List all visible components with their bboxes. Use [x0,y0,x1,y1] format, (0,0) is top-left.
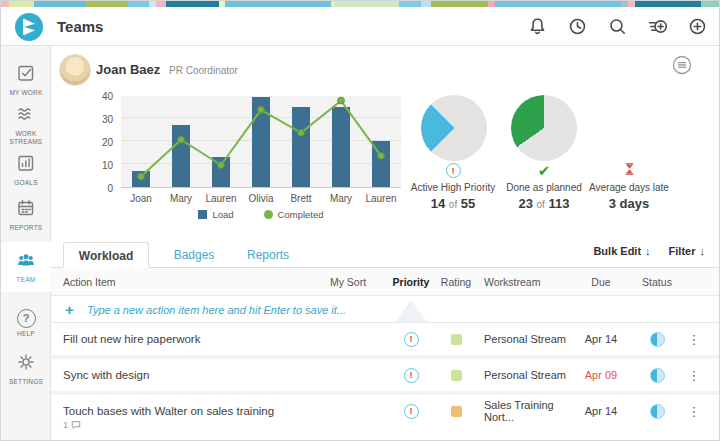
comment-bubble-icon [71,420,81,430]
sidebar-item-label: MY WORK [1,89,51,97]
y-tick: 0 [107,183,113,194]
user-role: PR Coordinator [169,65,238,76]
table-row[interactable]: Touch bases with Walter on sales trainin… [51,395,720,434]
sidebar-item-help[interactable]: ? HELP [1,308,51,337]
x-tick: Joan [121,193,161,204]
col-status[interactable]: Status [637,268,677,296]
sidebar-item-work-streams[interactable]: WORK STREAMS [1,104,51,145]
y-tick: 40 [102,91,113,102]
new-action-item-input[interactable] [87,296,417,323]
add-action-item-icon[interactable]: + [65,296,74,323]
rating-badge[interactable] [451,334,462,345]
bar-line-plot [121,96,401,188]
tab-reports[interactable]: Reports [233,242,303,268]
kebab-menu-icon[interactable]: ⋮ [687,323,701,355]
due-date[interactable]: Apr 14 [576,398,626,424]
completed-line [121,96,401,188]
bulk-edit-button[interactable]: Bulk Edit↓ [593,245,650,257]
table-row[interactable]: Sync with design ! Personal Stream Apr 0… [51,359,720,395]
priority-exclamation-icon[interactable]: ! [404,368,419,383]
col-rating[interactable]: Rating [436,268,476,296]
workstream-value[interactable]: Sales Training Nort... [484,398,584,424]
pie-active-high-priority [421,95,487,161]
x-tick: Lauren [201,193,241,204]
search-icon[interactable] [608,17,627,36]
table-body: + Fill out new hire paperwork ! Personal… [51,296,720,441]
metric-label: Average days late [574,182,684,193]
sidebar-item-goals[interactable]: GOALS [1,153,51,187]
y-tick: 20 [102,137,113,148]
left-sidebar: MY WORK WORK STREAMS GOALS REPORTS TEAM … [1,46,51,441]
sidebar-item-team[interactable]: TEAM [1,242,51,292]
status-half-icon[interactable] [650,404,665,419]
sidebar-item-my-work[interactable]: MY WORK [1,63,51,97]
bar-chart-icon [16,153,36,173]
rating-badge[interactable] [451,370,462,381]
avatar[interactable] [59,54,91,86]
action-item-title[interactable]: Touch bases with Walter on sales trainin… [63,398,274,424]
workstream-value[interactable]: Personal Stream [484,323,584,355]
history-clock-icon[interactable] [568,17,587,36]
due-date[interactable]: Apr 09 [576,359,626,391]
x-tick: Olivia [241,193,281,204]
col-due[interactable]: Due [576,268,626,296]
card-menu-icon[interactable] [671,54,693,76]
col-priority[interactable]: Priority [386,268,436,296]
x-tick: Brett [281,193,321,204]
page-title: Teams [57,7,103,46]
check-icon: ✔ [538,163,551,178]
calendar-icon [16,198,36,218]
kebab-menu-icon[interactable]: ⋮ [687,398,701,424]
top-header: Teams [1,7,720,46]
app-logo[interactable] [15,13,43,41]
col-action-item[interactable]: Action Item [63,268,116,296]
sidebar-item-label: WORK STREAMS [1,130,51,145]
sidebar-item-settings[interactable]: SETTINGS [1,352,51,386]
new-action-item-row: + [51,296,720,323]
main-content: Joan Baez PR Coordinator 010203040 JoanM… [51,46,720,441]
chart-y-axis: 010203040 [89,96,117,188]
quick-add-icon[interactable] [648,17,667,36]
priority-exclamation-icon: ! [446,163,461,178]
action-item-title[interactable]: Fill out new hire paperwork [63,323,200,355]
priority-exclamation-icon[interactable]: ! [404,404,419,419]
waves-icon [16,104,36,124]
action-item-title[interactable]: Sync with design [63,359,149,391]
metric-value: 3 days [574,196,684,211]
table-row[interactable]: Fill out new hire paperwork ! Personal S… [51,323,720,359]
completed-swatch [264,210,273,219]
due-date[interactable]: Apr 14 [576,323,626,355]
status-half-icon[interactable] [650,332,665,347]
sidebar-item-label: TEAM [1,276,51,284]
add-icon[interactable] [688,17,707,36]
filter-button[interactable]: Filter↓ [669,245,705,257]
legend-label: Completed [278,209,324,220]
col-workstream[interactable]: Workstream [484,268,540,296]
tab-workload[interactable]: Workload [63,242,149,268]
comment-count[interactable]: 1 [63,420,81,430]
gear-icon [16,352,36,372]
col-my-sort[interactable]: My Sort [323,268,373,296]
chart-x-axis: JoanMaryLaurenOliviaBrettMaryLauren [121,193,401,204]
y-tick: 30 [102,114,113,125]
bell-icon[interactable] [528,17,547,36]
tab-badges[interactable]: Badges [159,242,229,268]
sidebar-item-reports[interactable]: REPORTS [1,198,51,232]
x-tick: Lauren [361,193,401,204]
status-half-icon[interactable] [650,368,665,383]
sidebar-item-label: SETTINGS [1,378,51,386]
load-swatch [198,210,207,219]
x-tick: Mary [321,193,361,204]
legend-label: Load [212,209,233,220]
x-tick: Mary [161,193,201,204]
kebab-menu-icon[interactable]: ⋮ [687,359,701,391]
arrow-down-icon: ↓ [700,245,706,257]
question-icon: ? [17,309,36,328]
pie-done-as-planned [511,95,577,161]
priority-exclamation-icon[interactable]: ! [404,332,419,347]
user-name: Joan Baez [96,62,160,77]
rating-badge[interactable] [451,406,462,417]
workstream-value[interactable]: Personal Stream [484,359,584,391]
legend-item-completed: Completed [264,209,324,220]
app-window: Teams MY WORK WORK STREA [0,0,720,441]
